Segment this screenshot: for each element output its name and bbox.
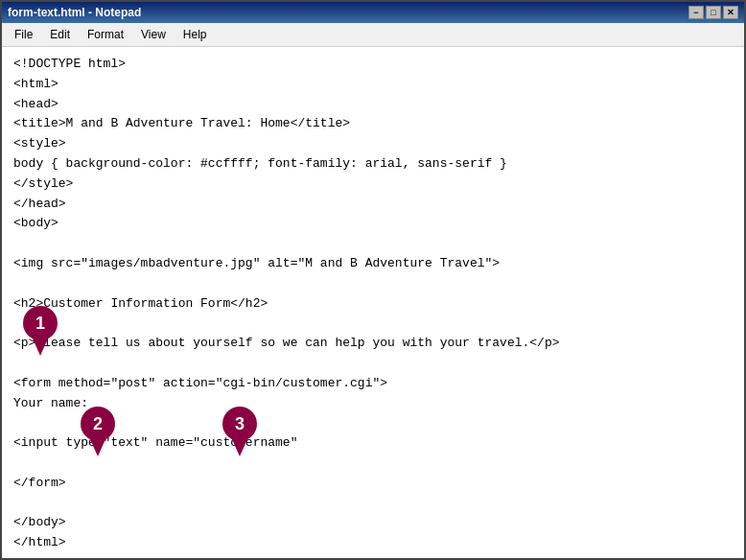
title-bar-left: form-text.html - Notepad: [8, 6, 141, 19]
menu-format[interactable]: Format: [79, 25, 132, 44]
menu-file[interactable]: File: [6, 25, 41, 44]
minimize-button[interactable]: −: [688, 6, 704, 19]
title-bar: form-text.html - Notepad − □ ✕: [2, 2, 744, 23]
maximize-button[interactable]: □: [706, 6, 721, 19]
menu-help[interactable]: Help: [175, 25, 216, 44]
menu-view[interactable]: View: [132, 25, 175, 44]
editor-area[interactable]: <!DOCTYPE html> <html> <head> <title>M a…: [2, 47, 744, 558]
notepad-window: form-text.html - Notepad − □ ✕ File Edit…: [0, 0, 746, 560]
menu-bar: File Edit Format View Help: [2, 23, 744, 47]
menu-edit[interactable]: Edit: [41, 25, 79, 44]
window-title: form-text.html - Notepad: [8, 6, 141, 19]
title-bar-controls: − □ ✕: [688, 6, 738, 19]
code-text: <!DOCTYPE html> <html> <head> <title>M a…: [13, 55, 733, 553]
close-button[interactable]: ✕: [723, 6, 738, 19]
